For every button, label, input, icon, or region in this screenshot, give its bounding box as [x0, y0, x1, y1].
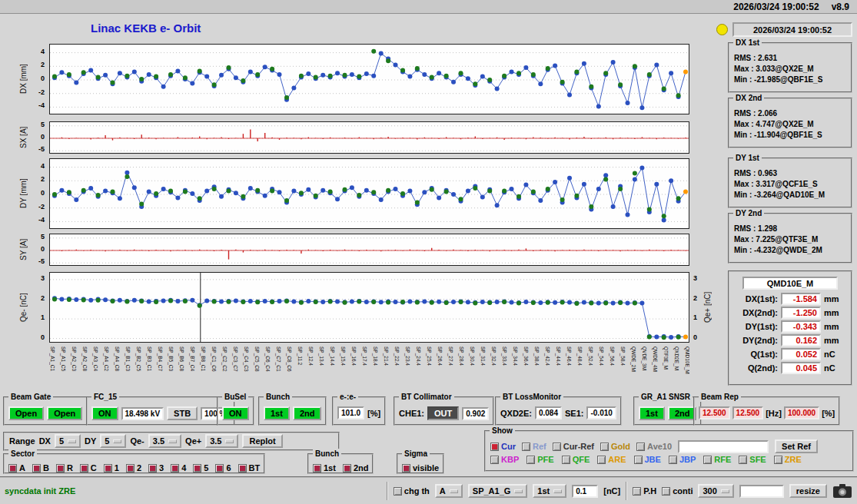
sector-checkbox-label: 3 — [159, 463, 164, 472]
option-menu-bar — [514, 489, 523, 493]
busel-on-button[interactable]: ON — [222, 406, 249, 420]
qxd2e-label: QXD2E: — [500, 409, 532, 418]
fc15-stb-button[interactable]: STB — [167, 406, 198, 420]
x-axis-label: SP_16.4 — [350, 346, 356, 391]
sector-checkbox[interactable]: C — [80, 463, 97, 472]
ref-name-input[interactable] — [678, 440, 769, 453]
sector-checkbox[interactable]: R — [56, 463, 73, 472]
count-dropdown[interactable]: 300 — [698, 484, 733, 498]
threshold-unit: [nC] — [603, 486, 620, 496]
region-checkbox[interactable]: SFE — [739, 455, 766, 464]
sector-group: Sector A B R C 1 2 3 — [3, 453, 265, 474]
bunch-select-dropdown[interactable]: 1st — [533, 484, 566, 498]
range-dy-dropdown[interactable]: 5 — [100, 434, 126, 448]
ee-ratio-value: 101.0 — [337, 406, 364, 419]
che1-out-button[interactable]: OUT — [427, 406, 459, 420]
show-checkbox-label: Ave10 — [647, 442, 672, 451]
stat-min: Min : -21.985@QBF1E_S — [734, 75, 846, 85]
checkbox-icon — [669, 456, 677, 464]
range-dx-dropdown[interactable]: 5 — [55, 434, 81, 448]
beam-rep-pct-unit: [%] — [822, 409, 835, 418]
region-checkbox[interactable]: JBE — [634, 455, 661, 464]
set-ref-button[interactable]: Set Ref — [775, 439, 818, 453]
selected-monitor-panel: QMD10E_M DX(1st): -1.584 mm DX(2nd): -1.… — [728, 270, 852, 386]
sector-checkbox[interactable]: A — [8, 463, 25, 472]
gr-snsr-2nd-button[interactable]: 2nd — [668, 406, 697, 420]
aux-input[interactable] — [739, 485, 784, 498]
sector-checkbox[interactable]: 4 — [171, 463, 186, 472]
region-checkbox[interactable]: JBP — [669, 455, 696, 464]
ph-checkbox[interactable]: P.H — [633, 486, 656, 496]
checkbox-icon — [703, 456, 712, 464]
checkbox-icon — [600, 443, 609, 451]
qe-plot[interactable] — [49, 272, 689, 343]
checkbox-icon — [8, 464, 17, 472]
sector-checkbox[interactable]: 5 — [193, 463, 208, 472]
show-checkbox[interactable]: Cur-Ref — [553, 442, 594, 451]
monitor-select-dropdown[interactable]: SP_A1_G — [468, 484, 528, 498]
sector-checkbox[interactable]: BT — [238, 463, 261, 472]
region-checkbox[interactable]: ZRE — [774, 455, 802, 464]
sy-plot[interactable] — [49, 234, 689, 266]
resize-button[interactable]: resize — [789, 484, 827, 498]
checkbox-icon — [394, 487, 402, 496]
sector-checkbox[interactable]: 6 — [215, 463, 231, 472]
x-axis-label: SP_A2_C8 — [81, 346, 87, 391]
sigma-visible-checkbox[interactable]: visible — [402, 463, 439, 472]
stat-dy-2nd: DY 2nd RMS : 1.298 Max : 7.225@QTF3E_M M… — [728, 213, 852, 264]
conti-checkbox[interactable]: conti — [662, 486, 693, 496]
gr-snsr-1st-button[interactable]: 1st — [639, 406, 665, 420]
region-checkbox[interactable]: PFE — [526, 455, 553, 464]
region-checkbox[interactable]: KBP — [490, 455, 519, 464]
show-checkbox-label: Ref — [533, 442, 546, 451]
x-axis-label: SP_C1_C6 — [211, 346, 216, 391]
region-checkbox-label: ARE — [608, 455, 626, 464]
fc15-on-button[interactable]: ON — [91, 406, 118, 420]
region-checkbox[interactable]: QFE — [562, 455, 590, 464]
camera-icon[interactable] — [832, 483, 852, 499]
dy-plot[interactable] — [49, 158, 689, 229]
monitor-row-label: DY(1st): — [733, 322, 778, 331]
checkbox-icon — [662, 487, 670, 496]
chg-th-checkbox[interactable]: chg th — [394, 486, 430, 496]
beam-gate-open-1-button[interactable]: Open — [8, 406, 44, 420]
stat-dx-2nd: DX 2nd RMS : 2.066 Max : 4.747@QX2E_M Mi… — [728, 98, 852, 148]
bunch-2nd-button[interactable]: 2nd — [293, 406, 322, 420]
sector-checkbox[interactable]: 2 — [126, 463, 141, 472]
bunch-1st-button[interactable]: 1st — [264, 406, 290, 420]
region-checkbox[interactable]: ARE — [597, 455, 626, 464]
x-axis-label: SP_A3_C4 — [92, 346, 98, 391]
x-axis-label: SP_B5_C3 — [168, 346, 173, 391]
x-axis-label: SP_14.4 — [329, 346, 334, 391]
bunch-checkbox[interactable]: 1st — [313, 463, 336, 472]
range-qep-dropdown[interactable]: 3.5 — [205, 434, 238, 448]
status-message: syncdata init ZRE — [5, 486, 75, 496]
monitor-row-value: 0.052 — [781, 348, 821, 360]
range-qem-dropdown[interactable]: 3.5 — [148, 434, 181, 448]
beam-rep-group: Beam Rep 12.500 12.500 [Hz] 100.000 [%] — [693, 396, 840, 426]
bt-collimator-group: BT Collimator CHE1: OUT 0.902 — [394, 396, 494, 426]
sx-plot[interactable] — [49, 121, 689, 154]
sector-checkbox[interactable]: 3 — [148, 463, 164, 472]
sector-checkbox[interactable]: 1 — [104, 463, 119, 472]
x-axis-label: SP_36.4 — [523, 346, 528, 391]
monitor-row-value: 0.162 — [781, 334, 821, 346]
checkbox-icon — [490, 443, 499, 451]
gr-snsr-group: GR_A1 SNSR 1st 2nd — [633, 396, 702, 426]
x-axis-label: SP_B7_C4 — [189, 346, 194, 391]
x-axis-label: SP_44.4 — [555, 346, 560, 391]
bunch-checkbox[interactable]: 2nd — [343, 463, 369, 472]
region-checkbox[interactable]: RFE — [703, 455, 731, 464]
replot-button[interactable]: Replot — [242, 434, 282, 448]
sector-checkbox-label: 5 — [204, 463, 208, 472]
checkbox-icon — [633, 487, 641, 496]
show-checkbox[interactable]: Cur — [490, 442, 516, 451]
threshold-input[interactable] — [572, 485, 598, 498]
show-checkbox[interactable]: Ref — [522, 442, 546, 451]
beam-gate-open-2-button[interactable]: Open — [47, 406, 82, 420]
sector-select-dropdown[interactable]: A — [435, 484, 463, 498]
show-checkbox[interactable]: Ave10 — [636, 442, 672, 451]
show-checkbox[interactable]: Gold — [600, 442, 630, 451]
sector-checkbox[interactable]: B — [32, 463, 49, 472]
dx-plot[interactable] — [49, 44, 689, 114]
